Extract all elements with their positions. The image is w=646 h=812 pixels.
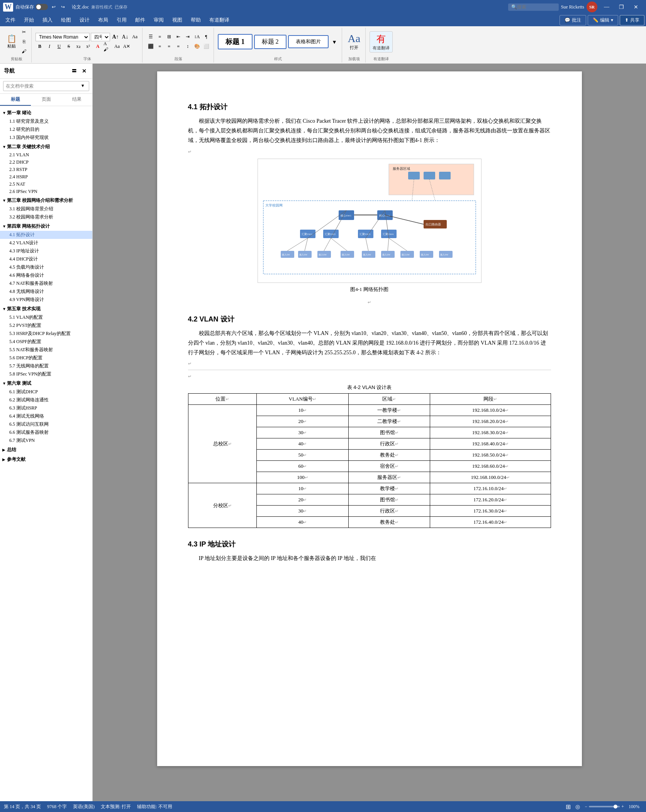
menu-view[interactable]: 视图 (168, 15, 186, 25)
format-painter-btn[interactable]: 🖌 (20, 47, 28, 56)
search-input[interactable] (517, 4, 556, 10)
zoom-percent[interactable]: 100% (629, 804, 642, 810)
cut-btn[interactable]: ✂ (20, 28, 28, 36)
toc-item-3-1[interactable]: 3.1 校园网络背景介绍 (0, 205, 92, 213)
align-right-btn[interactable]: ≡ (165, 42, 173, 51)
toc-section-header-2[interactable]: ▼ 第二章 关键技术介绍 (0, 142, 92, 151)
toc-item-5-2[interactable]: 5.2 PVST的配置 (0, 321, 92, 330)
focus-icon[interactable]: ◎ (575, 804, 580, 810)
toc-item-6-1[interactable]: 6.1 测试DHCP (0, 388, 92, 396)
toc-item-4-4[interactable]: 4.4 DHCP设计 (0, 255, 92, 263)
align-center-btn[interactable]: ≡ (156, 42, 164, 51)
font-shrink-btn[interactable]: A↓ (121, 33, 129, 41)
toc-item-1-3[interactable]: 1.3 国内外研究现状 (0, 134, 92, 142)
increase-indent-btn[interactable]: ⇥ (183, 33, 192, 41)
menu-draw[interactable]: 绘图 (57, 15, 75, 25)
toc-item-6-6[interactable]: 6.6 测试服务器映射 (0, 428, 92, 436)
toc-item-4-1[interactable]: 4.1 拓扑设计 (0, 231, 92, 239)
toc-section-header-1[interactable]: ▼ 第一章 绪论 (0, 108, 92, 117)
bullet-list-btn[interactable]: ☰ (146, 33, 155, 41)
menu-home[interactable]: 开始 (20, 15, 38, 25)
zoom-out-btn[interactable]: − (585, 804, 587, 810)
toc-item-4-3[interactable]: 4.3 IP地址设计 (0, 247, 92, 255)
toc-item-4-8[interactable]: 4.8 无线网络设计 (0, 288, 92, 296)
restore-btn[interactable]: ❐ (614, 0, 628, 14)
toc-item-2-3[interactable]: 2.3 RSTP (0, 166, 92, 173)
toc-item-4-7[interactable]: 4.7 NAT和服务器映射 (0, 279, 92, 288)
menu-insert[interactable]: 插入 (39, 15, 56, 25)
sidebar-tab-pages[interactable]: 页面 (31, 94, 62, 106)
toc-section-header-6[interactable]: ▼ 第六章 测试 (0, 379, 92, 388)
zoom-handle[interactable] (614, 805, 617, 809)
toc-section-header-3[interactable]: ▼ 第三章 校园网络介绍和需求分析 (0, 196, 92, 205)
search-box[interactable]: 🔍 (508, 3, 559, 11)
italic-btn[interactable]: I (45, 42, 54, 51)
toc-item-3-2[interactable]: 3.2 校园网络需求分析 (0, 213, 92, 221)
autosave-toggle[interactable] (36, 4, 48, 10)
sidebar-tab-headings[interactable]: 标题 (0, 94, 31, 106)
heading1-style-btn[interactable]: 标题 1 (218, 34, 253, 49)
bold-btn[interactable]: B (36, 42, 44, 51)
decrease-indent-btn[interactable]: ⇤ (174, 33, 183, 41)
clear-format-btn[interactable]: A✕ (122, 42, 131, 51)
superscript-btn[interactable]: x² (84, 42, 92, 51)
edit-btn[interactable]: ✏️ 编辑 ▾ (588, 15, 618, 25)
toc-item-2-4[interactable]: 2.4 HSRP (0, 173, 92, 181)
status-accessibility[interactable]: 辅助功能: 不可用 (137, 804, 172, 810)
toc-item-5-6[interactable]: 5.6 DHCP的配置 (0, 354, 92, 362)
share-btn[interactable]: ⬆ 共享 (620, 15, 644, 25)
toc-section-header-5[interactable]: ▼ 第五章 技术实现 (0, 304, 92, 313)
number-list-btn[interactable]: ≡ (156, 33, 164, 41)
menu-file[interactable]: 文件 (2, 15, 19, 25)
font-color-btn[interactable]: A (93, 42, 102, 51)
sort-btn[interactable]: ↕A (193, 33, 201, 41)
font-grow-btn[interactable]: A↑ (111, 33, 120, 41)
search-dropdown-icon[interactable]: ▾ (81, 83, 84, 89)
show-marks-btn[interactable]: ¶ (202, 33, 210, 41)
subscript-btn[interactable]: x₂ (74, 42, 83, 51)
toc-item-2-5[interactable]: 2.5 NAT (0, 181, 92, 188)
paste-btn[interactable]: 📋 粘贴 (5, 34, 19, 50)
status-predict[interactable]: 文本预测: 打开 (101, 804, 131, 810)
toc-item-5-8[interactable]: 5.8 IPSec VPN的配置 (0, 370, 92, 378)
zoom-in-btn[interactable]: + (621, 804, 624, 810)
toc-item-5-7[interactable]: 5.7 无线网络的配置 (0, 362, 92, 370)
strikethrough-btn[interactable]: S (64, 42, 73, 51)
toc-item-6-7[interactable]: 6.7 测试VPN (0, 436, 92, 445)
toc-item-2-6[interactable]: 2.6 IPSec VPN (0, 188, 92, 195)
toc-item-6-2[interactable]: 6.2 测试网络连通性 (0, 396, 92, 404)
toc-item-6-5[interactable]: 6.5 测试访问互联网 (0, 420, 92, 428)
comment-btn[interactable]: 💬 批注 (560, 15, 586, 25)
toc-item-2-2[interactable]: 2.2 DHCP (0, 159, 92, 166)
toc-section-header-refs[interactable]: ▶ 参考文献 (0, 455, 92, 464)
heading2-style-btn[interactable]: 标题 2 (254, 35, 287, 49)
menu-review[interactable]: 审阅 (150, 15, 168, 25)
styles-scroll-down-btn[interactable]: ▾ (330, 37, 339, 46)
toc-section-header-4[interactable]: ▼ 第四章 网络拓扑设计 (0, 222, 92, 231)
table-img-style-btn[interactable]: 表格和图片 (288, 35, 329, 48)
font-aa-btn[interactable]: Aa (113, 42, 121, 51)
menu-references[interactable]: 引用 (113, 15, 131, 25)
toc-item-1-2[interactable]: 1.2 研究的目的 (0, 125, 92, 134)
align-left-btn[interactable]: ⬛ (146, 42, 155, 51)
toc-item-5-5[interactable]: 5.5 NAT和服务器映射 (0, 346, 92, 354)
undo-btn[interactable]: ↩ (50, 3, 57, 11)
menu-youdao[interactable]: 有道翻译 (205, 15, 233, 25)
menu-design[interactable]: 设计 (76, 15, 93, 25)
sidebar-search-input[interactable] (3, 81, 89, 91)
highlight-btn[interactable]: A🖌 (103, 42, 112, 51)
toc-item-6-4[interactable]: 6.4 测试无线网络 (0, 412, 92, 420)
toc-item-5-3[interactable]: 5.3 HSRP及DHCP Relay的配置 (0, 330, 92, 338)
toc-item-4-6[interactable]: 4.6 网络备份设计 (0, 271, 92, 279)
font-name-select[interactable]: Times New Roman (36, 33, 90, 41)
redo-btn[interactable]: ↪ (59, 3, 66, 11)
view-icon[interactable]: ⊞ (566, 803, 571, 810)
zoom-slider[interactable] (589, 806, 620, 807)
copy-btn[interactable]: ⎘ (20, 37, 28, 46)
sidebar-close-btn[interactable]: ✕ (80, 67, 88, 75)
toc-item-1-1[interactable]: 1.1 研究背景及意义 (0, 117, 92, 125)
sidebar-tab-results[interactable]: 结果 (61, 94, 92, 106)
multi-level-list-btn[interactable]: ⊞ (165, 33, 173, 41)
toc-item-4-9[interactable]: 4.9 VPN网络设计 (0, 296, 92, 304)
toc-item-5-1[interactable]: 5.1 VLAN的配置 (0, 313, 92, 321)
